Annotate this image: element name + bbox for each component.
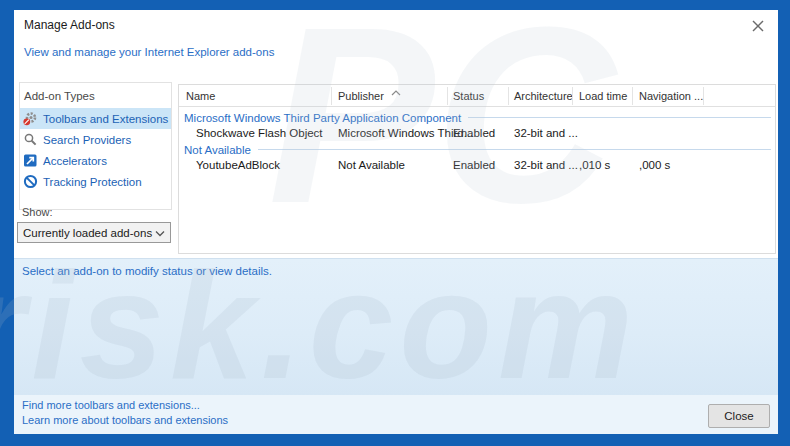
column-header-navigation[interactable]: Navigation ...	[639, 90, 703, 102]
tracking-protection-icon	[23, 174, 38, 189]
cell-architecture: 32-bit and ...	[514, 127, 578, 139]
addon-types-panel: Add-on Types Toolbars and Extensions Sea…	[19, 82, 172, 210]
sidebar-item-label: Accelerators	[43, 155, 107, 167]
group-divider	[258, 149, 771, 150]
cell-name: Shockwave Flash Object	[196, 127, 323, 139]
column-separator	[572, 87, 573, 105]
chevron-down-icon	[155, 227, 165, 239]
column-header-status[interactable]: Status	[453, 90, 484, 102]
sidebar-item-label: Search Providers	[43, 134, 131, 146]
group-header: Not Available	[184, 142, 771, 157]
find-more-addons-link[interactable]: Find more toolbars and extensions...	[22, 399, 200, 411]
group-header: Microsoft Windows Third Party Applicatio…	[184, 110, 771, 125]
cell-architecture: 32-bit and ...	[514, 159, 578, 171]
cell-status: Enabled	[453, 159, 495, 171]
close-button[interactable]: Close	[708, 404, 770, 428]
footer-bar: Find more toolbars and extensions... Lea…	[14, 395, 778, 434]
sidebar-item-label: Toolbars and Extensions	[43, 113, 168, 125]
column-header-architecture[interactable]: Architecture	[514, 90, 573, 102]
column-header-name[interactable]: Name	[186, 90, 215, 102]
page-title: Manage Add-ons	[24, 18, 115, 32]
cell-status: Enabled	[453, 127, 495, 139]
group-label: Not Available	[184, 144, 251, 156]
addon-types-header: Add-on Types	[20, 83, 171, 108]
column-separator	[703, 87, 704, 105]
details-pane: Select an add-on to modify status or vie…	[14, 258, 778, 395]
dialog-subtitle: View and manage your Internet Explorer a…	[24, 46, 274, 58]
table-header-row: Name Publisher Status Architecture Load …	[179, 85, 775, 107]
group-label: Microsoft Windows Third Party Applicatio…	[184, 112, 461, 124]
show-label: Show:	[22, 206, 53, 218]
column-separator	[632, 87, 633, 105]
sidebar-item-tracking-protection[interactable]: Tracking Protection	[20, 171, 171, 192]
column-header-publisher[interactable]: Publisher	[338, 90, 384, 102]
column-separator	[508, 87, 509, 105]
cell-navigation-time: ,000 s	[639, 159, 670, 171]
cell-publisher: Not Available	[338, 159, 405, 171]
group-divider	[468, 117, 771, 118]
learn-more-addons-link[interactable]: Learn more about toolbars and extensions	[22, 414, 228, 426]
close-icon[interactable]	[750, 18, 766, 34]
search-icon	[23, 132, 38, 147]
addons-table: Name Publisher Status Architecture Load …	[178, 84, 776, 254]
details-hint: Select an add-on to modify status or vie…	[22, 265, 272, 277]
table-row[interactable]: Shockwave Flash Object Microsoft Windows…	[179, 126, 775, 142]
sidebar-item-search-providers[interactable]: Search Providers	[20, 129, 171, 150]
sidebar-item-toolbars-and-extensions[interactable]: Toolbars and Extensions	[20, 108, 171, 129]
column-separator	[331, 87, 332, 105]
cell-name: YoutubeAdBlock	[196, 159, 280, 171]
cell-load-time: ,010 s	[579, 159, 610, 171]
manage-addons-dialog: Manage Add-ons View and manage your Inte…	[14, 10, 778, 434]
column-separator	[447, 87, 448, 105]
sidebar-item-accelerators[interactable]: Accelerators	[20, 150, 171, 171]
gear-icon	[23, 111, 38, 126]
sidebar-item-label: Tracking Protection	[43, 176, 142, 188]
show-filter-dropdown[interactable]: Currently loaded add-ons	[17, 222, 171, 243]
table-row[interactable]: YoutubeAdBlock Not Available Enabled 32-…	[179, 158, 775, 174]
sort-ascending-icon	[391, 86, 401, 98]
show-filter-value: Currently loaded add-ons	[23, 227, 152, 239]
accelerator-icon	[23, 153, 38, 168]
column-header-load-time[interactable]: Load time	[579, 90, 627, 102]
